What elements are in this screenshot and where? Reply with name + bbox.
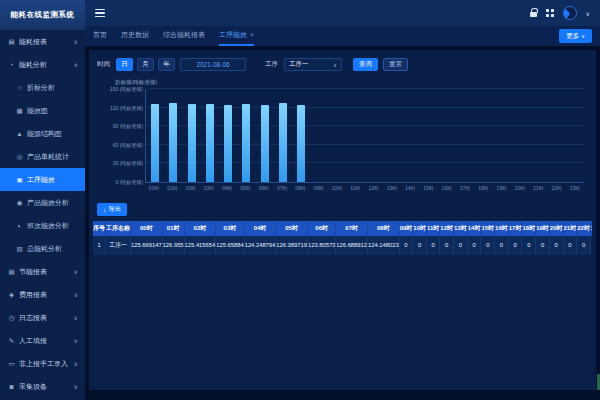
analysis-icon: ◔ <box>7 61 16 68</box>
y-axis-tick-label: 90 (吨标准煤) <box>113 123 143 129</box>
sidebar-item[interactable]: ▭非上报手工录入∨ <box>0 352 85 375</box>
period-button[interactable]: 日 <box>116 58 133 71</box>
circle-icon: ○ <box>15 84 24 91</box>
bar[interactable] <box>151 104 159 182</box>
sidebar-item[interactable]: ◉产品能效分析 <box>0 191 85 214</box>
column-header: 00时 <box>131 221 163 236</box>
sidebar-item[interactable]: ▲能源结构图 <box>0 122 85 145</box>
bar[interactable] <box>206 104 214 182</box>
sidebar-item[interactable]: ○折标分析 <box>0 76 85 99</box>
bar[interactable] <box>224 105 232 182</box>
table-cell: 125.669147 <box>131 236 163 255</box>
bar[interactable] <box>297 105 305 182</box>
column-header: 08时 <box>367 221 399 236</box>
sidebar-item-label: 班次能效分析 <box>27 221 69 231</box>
period-button[interactable]: 年 <box>158 58 175 71</box>
process-filter-label: 工序 <box>265 60 278 69</box>
tab-label: 历史数据 <box>121 30 149 40</box>
table-cell: 0 <box>440 236 454 255</box>
sidebar-item[interactable]: ✎人工填报∨ <box>0 329 85 352</box>
table-cell: 工序一 <box>106 236 131 255</box>
bar-slot <box>456 89 474 182</box>
column-header: 14时 <box>467 221 481 236</box>
table-cell: 0 <box>522 236 536 255</box>
shift-icon: ◐ <box>15 222 24 229</box>
tab[interactable]: 历史数据 <box>121 26 149 46</box>
sidebar-item[interactable]: ◔能耗分析∧ <box>0 53 85 76</box>
export-button[interactable]: ↓ 导出 <box>97 203 127 216</box>
bar-slot <box>438 89 456 182</box>
bar-slot <box>310 89 328 182</box>
sidebar-item-label: 能耗报表 <box>19 37 47 47</box>
bar[interactable] <box>169 103 177 182</box>
content-panel: 时间 日月年 2021-08-06 工序 工序一 ∨ 查询 重置 折标煤(吨标准… <box>89 50 596 390</box>
tab-label: 综合能耗报表 <box>163 30 205 40</box>
sidebar-item-label: 日志报表 <box>19 313 47 323</box>
data-table-container[interactable]: 序号工序名称00时01时02时03时04时05时06时07时08时09时10时1… <box>93 221 592 386</box>
hamburger-menu-icon[interactable] <box>95 9 105 18</box>
table-cell: 0 <box>413 236 427 255</box>
sidebar-item[interactable]: ◐班次能效分析 <box>0 214 85 237</box>
process-select[interactable]: 工序一 ∨ <box>284 58 342 71</box>
table-cell: 0 <box>536 236 550 255</box>
saving-icon: ▤ <box>7 268 16 276</box>
apps-grid-icon[interactable] <box>546 9 554 17</box>
table-cell: 0 <box>427 236 440 255</box>
bar-slot <box>511 89 529 182</box>
bar[interactable] <box>261 105 269 182</box>
column-header: 11时 <box>427 221 440 236</box>
sidebar-item[interactable]: ◙采集设备∨ <box>0 375 85 398</box>
y-axis-tick-label: 0 (吨标准煤) <box>116 179 144 185</box>
table-cell: 1 <box>93 236 106 255</box>
sidebar-item[interactable]: ◎产品单耗统计 <box>0 145 85 168</box>
bar-slot <box>146 89 164 182</box>
sidebar-item[interactable]: ▤节能报表∨ <box>0 260 85 283</box>
sidebar-item-label: 工序能效 <box>27 175 55 185</box>
tab[interactable]: 综合能耗报表 <box>163 26 205 46</box>
period-button[interactable]: 月 <box>137 58 154 71</box>
column-header: 04时 <box>244 221 276 236</box>
sidebar-item[interactable]: ▦能效图 <box>0 99 85 122</box>
lock-icon[interactable] <box>530 12 537 17</box>
sidebar-item-label: 能效图 <box>27 106 48 116</box>
avatar[interactable] <box>563 6 577 20</box>
more-button[interactable]: 更多 ∨ <box>559 29 592 43</box>
chart-plot-area: 0 (吨标准煤)30 (吨标准煤)60 (吨标准煤)90 (吨标准煤)120 (… <box>145 89 584 183</box>
triangle-icon: ▲ <box>15 130 24 137</box>
chevron-down-icon: ∨ <box>74 337 78 344</box>
reset-button[interactable]: 重置 <box>383 58 408 71</box>
bar[interactable] <box>242 104 250 182</box>
column-header: 20时 <box>549 221 563 236</box>
table-row[interactable]: 1工序一125.669147126.955125.415654125.65884… <box>93 236 592 255</box>
column-header: 22时 <box>577 221 591 236</box>
table-header-row: 序号工序名称00时01时02时03时04时05时06时07时08时09时10时1… <box>93 221 592 236</box>
topbar-actions: ∨ <box>530 6 590 20</box>
chevron-down-icon[interactable]: ∨ <box>586 10 590 17</box>
sidebar-item[interactable]: ◈费用报表∨ <box>0 283 85 306</box>
sidebar-item-label: 总能耗分析 <box>27 244 62 254</box>
date-input[interactable]: 2021-08-06 <box>180 58 246 71</box>
app-title: 能耗在线监测系统 <box>0 0 85 30</box>
table-cell: 0 <box>508 236 522 255</box>
column-header: 01时 <box>162 221 184 236</box>
tab[interactable]: 首页 <box>93 26 107 46</box>
sidebar-item[interactable]: ▤能耗报表∨ <box>0 30 85 53</box>
column-header: 13时 <box>454 221 468 236</box>
bar[interactable] <box>279 103 287 182</box>
sidebar-nav: ▤能耗报表∨◔能耗分析∧○折标分析▦能效图▲能源结构图◎产品单耗统计▣工序能效◉… <box>0 30 85 400</box>
bar-slot <box>183 89 201 182</box>
sidebar-item-label: 折标分析 <box>27 83 55 93</box>
bar-slot <box>383 89 401 182</box>
export-button-label: 导出 <box>108 205 121 214</box>
sidebar-item[interactable]: ◷日志报表∨ <box>0 306 85 329</box>
bar[interactable] <box>188 104 196 182</box>
tab[interactable]: 工序能效× <box>219 26 254 46</box>
sidebar-item[interactable]: ▧总能耗分析 <box>0 237 85 260</box>
sidebar-item[interactable]: ▣工序能效 <box>0 168 85 191</box>
table-cell: 0 <box>399 236 413 255</box>
time-filter-label: 时间 <box>97 60 110 69</box>
close-icon[interactable]: × <box>250 31 254 38</box>
bar-slot <box>475 89 493 182</box>
search-button[interactable]: 查询 <box>353 58 378 71</box>
table-cell: 126.688912 <box>336 236 368 255</box>
